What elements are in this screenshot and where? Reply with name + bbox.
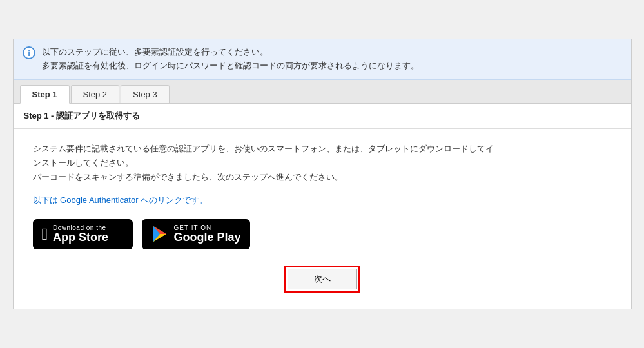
step-description: システム要件に記載されている任意の認証アプリを、お使いのスマートフォン、または、… <box>33 142 612 184</box>
store-buttons:  Download on the App Store G <box>33 219 612 249</box>
content-area: Step 1 - 認証アプリを取得する システム要件に記載されている任意の認証ア… <box>14 104 631 309</box>
next-button[interactable]: 次へ <box>288 269 357 289</box>
google-play-icon <box>151 225 169 243</box>
tabs-bar: Step 1 Step 2 Step 3 <box>14 80 631 104</box>
google-play-big-text: Google Play <box>174 231 241 244</box>
info-icon: i <box>23 46 35 59</box>
info-banner: i 以下のステップに従い、多要素認証設定を行ってください。 多要素認証を有効化後… <box>14 39 631 80</box>
app-store-button[interactable]:  Download on the App Store <box>33 219 133 249</box>
tab-step3[interactable]: Step 3 <box>121 85 170 103</box>
tab-step1[interactable]: Step 1 <box>20 85 70 104</box>
step-title: Step 1 - 認証アプリを取得する <box>14 104 631 129</box>
google-play-text: GET IT ON Google Play <box>174 224 241 244</box>
next-button-wrapper: 次へ <box>33 269 612 289</box>
tab-step2[interactable]: Step 2 <box>71 85 120 103</box>
app-store-text: Download on the App Store <box>53 224 108 244</box>
app-store-big-text: App Store <box>53 231 108 244</box>
main-container: i 以下のステップに従い、多要素認証設定を行ってください。 多要素認証を有効化後… <box>13 39 632 309</box>
apple-icon:  <box>42 226 48 242</box>
google-play-button[interactable]: GET IT ON Google Play <box>142 219 250 249</box>
step-body: システム要件に記載されている任意の認証アプリを、お使いのスマートフォン、または、… <box>14 129 631 309</box>
google-auth-link-text: 以下は Google Authenticator へのリンクです。 <box>33 195 612 206</box>
info-text: 以下のステップに従い、多要素認証設定を行ってください。 多要素認証を有効化後、ロ… <box>42 46 419 73</box>
svg-text:i: i <box>28 48 30 58</box>
